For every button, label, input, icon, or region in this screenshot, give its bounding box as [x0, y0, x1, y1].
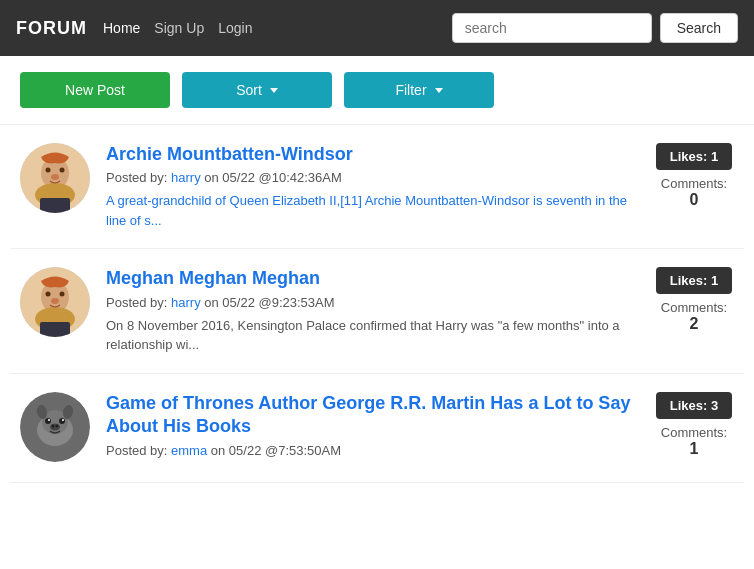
- svg-point-20: [59, 418, 65, 424]
- svg-point-21: [48, 419, 50, 421]
- post-stats: Likes: 1 Comments: 2: [654, 267, 734, 333]
- likes-badge: Likes: 3: [656, 392, 732, 419]
- avatar: [20, 143, 90, 213]
- table-row: Meghan Meghan Meghan Posted by: harry on…: [10, 249, 744, 373]
- comments-label: Comments:: [661, 300, 727, 315]
- svg-rect-13: [40, 322, 70, 337]
- excerpt-highlight: A great-grandchild of Queen Elizabeth II…: [106, 193, 627, 228]
- likes-badge: Likes: 1: [656, 143, 732, 170]
- filter-label: Filter: [395, 82, 426, 98]
- svg-point-24: [52, 424, 55, 427]
- filter-button[interactable]: Filter: [344, 72, 494, 108]
- svg-point-12: [51, 298, 59, 304]
- comments-label: Comments:: [661, 176, 727, 191]
- svg-point-22: [62, 419, 64, 421]
- new-post-button[interactable]: New Post: [20, 72, 170, 108]
- post-meta: Posted by: emma on 05/22 @7:53:50AM: [106, 443, 638, 458]
- brand-logo: FORUM: [16, 18, 87, 39]
- table-row: Archie Mountbatten-Windsor Posted by: ha…: [10, 125, 744, 249]
- post-title[interactable]: Meghan Meghan Meghan: [106, 268, 320, 288]
- post-list: Archie Mountbatten-Windsor Posted by: ha…: [0, 125, 754, 483]
- post-body: Archie Mountbatten-Windsor Posted by: ha…: [106, 143, 638, 230]
- nav-links: Home Sign Up Login: [103, 20, 452, 36]
- svg-rect-6: [40, 198, 70, 213]
- svg-point-25: [56, 424, 59, 427]
- filter-caret-icon: [435, 88, 443, 93]
- svg-point-23: [50, 423, 60, 430]
- navbar: FORUM Home Sign Up Login Search: [0, 0, 754, 56]
- comments-count: 0: [690, 191, 699, 209]
- post-username[interactable]: harry: [171, 295, 201, 310]
- post-meta: Posted by: harry on 05/22 @10:42:36AM: [106, 170, 638, 185]
- post-username[interactable]: harry: [171, 170, 201, 185]
- table-row: Game of Thrones Author George R.R. Marti…: [10, 374, 744, 483]
- post-excerpt: A great-grandchild of Queen Elizabeth II…: [106, 191, 638, 230]
- svg-point-11: [60, 292, 65, 297]
- toolbar: New Post Sort Filter: [0, 56, 754, 125]
- sort-button[interactable]: Sort: [182, 72, 332, 108]
- nav-signup[interactable]: Sign Up: [154, 20, 204, 36]
- nav-home[interactable]: Home: [103, 20, 140, 36]
- sort-caret-icon: [270, 88, 278, 93]
- comments-count: 2: [690, 315, 699, 333]
- avatar: [20, 392, 90, 462]
- sort-label: Sort: [236, 82, 262, 98]
- post-stats: Likes: 1 Comments: 0: [654, 143, 734, 209]
- nav-login[interactable]: Login: [218, 20, 252, 36]
- svg-point-5: [51, 174, 59, 180]
- post-stats: Likes: 3 Comments: 1: [654, 392, 734, 458]
- likes-badge: Likes: 1: [656, 267, 732, 294]
- svg-point-19: [45, 418, 51, 424]
- search-area: Search: [452, 13, 738, 43]
- svg-point-4: [60, 168, 65, 173]
- avatar: [20, 267, 90, 337]
- svg-point-3: [46, 168, 51, 173]
- post-username[interactable]: emma: [171, 443, 207, 458]
- post-meta: Posted by: harry on 05/22 @9:23:53AM: [106, 295, 638, 310]
- comments-label: Comments:: [661, 425, 727, 440]
- post-title[interactable]: Game of Thrones Author George R.R. Marti…: [106, 393, 630, 436]
- svg-point-10: [46, 292, 51, 297]
- search-button[interactable]: Search: [660, 13, 738, 43]
- post-title[interactable]: Archie Mountbatten-Windsor: [106, 144, 353, 164]
- comments-count: 1: [690, 440, 699, 458]
- post-body: Meghan Meghan Meghan Posted by: harry on…: [106, 267, 638, 354]
- search-input[interactable]: [452, 13, 652, 43]
- post-excerpt: On 8 November 2016, Kensington Palace co…: [106, 316, 638, 355]
- post-body: Game of Thrones Author George R.R. Marti…: [106, 392, 638, 464]
